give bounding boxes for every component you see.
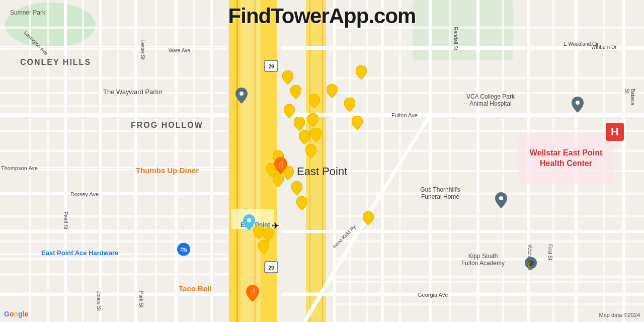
food-pin-taco-bell[interactable]: 🍴	[246, 285, 259, 304]
page-title: FindTowerApp.com	[228, 4, 416, 28]
svg-text:🎓: 🎓	[527, 259, 535, 268]
tower-pin[interactable]	[305, 144, 316, 158]
gus-thornhill-pin[interactable]	[495, 192, 507, 210]
svg-text:29: 29	[268, 265, 274, 271]
tower-pin[interactable]: ⚡	[290, 85, 301, 99]
kipp-school-pin[interactable]: 🎓	[525, 257, 537, 272]
map-svg: 29 29	[0, 0, 644, 322]
svg-text:⚡: ⚡	[293, 88, 299, 94]
svg-text:29: 29	[268, 64, 274, 69]
svg-rect-6	[240, 0, 261, 322]
tower-pin[interactable]	[284, 104, 295, 118]
tower-pin[interactable]	[299, 130, 310, 144]
svg-text:🍴: 🍴	[277, 160, 285, 168]
svg-text:⚡: ⚡	[285, 73, 291, 79]
east-point-metro-pin[interactable]	[243, 214, 255, 232]
tower-pin[interactable]	[310, 128, 321, 142]
tower-pin[interactable]	[291, 181, 302, 195]
svg-rect-2	[413, 0, 513, 60]
ace-hardware-pin[interactable]: 🛍	[177, 243, 190, 259]
vca-pin[interactable]	[572, 97, 584, 115]
tower-pin[interactable]	[352, 116, 363, 130]
svg-point-82	[576, 101, 580, 105]
svg-text:🍴: 🍴	[249, 288, 257, 295]
hospital-marker[interactable]: H	[606, 123, 624, 141]
tower-pin[interactable]: ⚡	[282, 70, 293, 85]
google-logo: Google	[4, 310, 28, 318]
tower-pin[interactable]	[294, 117, 305, 131]
tower-pin[interactable]	[327, 84, 338, 98]
tower-pin[interactable]	[258, 240, 269, 254]
svg-point-83	[499, 196, 503, 200]
svg-point-81	[239, 92, 244, 96]
tower-pin[interactable]	[356, 65, 367, 79]
tower-pin[interactable]	[309, 94, 320, 108]
metro-logo: ✈	[272, 220, 279, 231]
svg-rect-4	[236, 0, 238, 322]
tower-pin[interactable]	[344, 98, 355, 112]
svg-point-86	[247, 218, 251, 222]
tower-pin[interactable]	[296, 196, 307, 210]
map-container: 29 29 ⚡ ⚡	[0, 0, 644, 322]
map-attribution: Map data ©2024	[599, 312, 640, 318]
svg-rect-73	[518, 133, 614, 184]
tower-pin[interactable]	[307, 113, 318, 127]
svg-text:🛍: 🛍	[180, 246, 187, 254]
food-pin-thumbs-up[interactable]: 🍴	[274, 157, 287, 176]
tower-pin[interactable]	[363, 211, 374, 225]
wayward-parlor-pin[interactable]	[235, 88, 248, 106]
